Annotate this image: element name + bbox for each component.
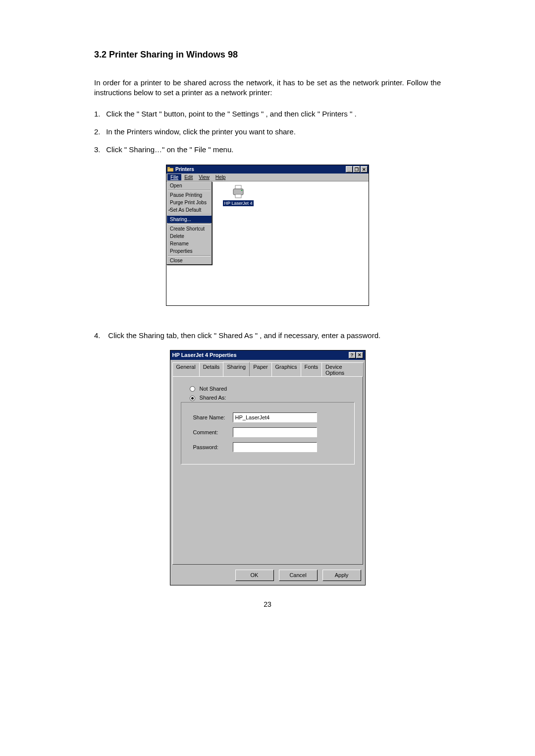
tab-details[interactable]: Details — [199, 362, 224, 377]
tab-general[interactable]: General — [172, 362, 200, 377]
step-3-text: Click " Sharing…" on the " File " menu. — [106, 145, 233, 154]
printer-icon — [230, 184, 246, 199]
step-1-text: Click the " Start " button, point to the… — [106, 110, 357, 118]
properties-dialog-screenshot: HP LaserJet 4 Properties ? ✕ General Det… — [170, 350, 366, 585]
menu-edit[interactable]: Edit — [181, 174, 196, 180]
svg-rect-4 — [235, 194, 241, 198]
document-page: 3.2 Printer Sharing in Windows 98 In ord… — [94, 50, 441, 608]
svg-point-5 — [241, 190, 243, 191]
menu-sharing[interactable]: Sharing... — [167, 216, 212, 223]
step-3: 3. Click " Sharing…" on the " File " men… — [94, 145, 441, 155]
section-heading: 3.2 Printer Sharing in Windows 98 — [94, 50, 441, 60]
step-4: 4. Click the Sharing tab, then click " S… — [94, 331, 441, 341]
cancel-button[interactable]: Cancel — [279, 570, 318, 581]
apply-button[interactable]: Apply — [322, 570, 361, 581]
share-name-label: Share Name: — [193, 414, 233, 420]
password-input[interactable] — [233, 442, 317, 452]
password-label: Password: — [193, 444, 233, 450]
close-button[interactable]: ✕ — [356, 352, 363, 358]
close-button[interactable]: ✕ — [361, 166, 368, 173]
titlebar: Printers _ ❐ ✕ — [166, 165, 369, 174]
radio-shared-as-row[interactable]: Shared As: — [190, 395, 355, 401]
tab-sharing[interactable]: Sharing — [223, 362, 250, 376]
step-2: 2. In the Printers window, click the pri… — [94, 127, 441, 137]
page-number: 23 — [94, 600, 441, 608]
tab-paper[interactable]: Paper — [249, 362, 271, 377]
printers-folder-icon — [167, 167, 173, 173]
radio-shared-as-label: Shared As: — [200, 395, 226, 401]
step-2-text: In the Printers window, click the printe… — [106, 127, 296, 136]
comment-input[interactable] — [233, 427, 317, 437]
menu-delete[interactable]: Delete — [167, 233, 212, 240]
share-name-input[interactable] — [233, 412, 317, 422]
radio-shared-as[interactable] — [190, 396, 195, 401]
dialog-titlebar: HP LaserJet 4 Properties ? ✕ — [170, 350, 365, 360]
svg-rect-1 — [167, 167, 170, 169]
maximize-button[interactable]: ❐ — [353, 166, 360, 173]
menu-create-shortcut[interactable]: Create Shortcut — [167, 225, 212, 233]
printers-window-screenshot: Printers _ ❐ ✕ File Edit View Help Open … — [166, 165, 369, 306]
window-title: Printers — [175, 167, 345, 172]
password-row: Password: — [193, 442, 349, 452]
tab-fonts[interactable]: Fonts — [301, 362, 322, 377]
comment-label: Comment: — [193, 429, 233, 435]
menu-view[interactable]: View — [196, 174, 213, 180]
menu-set-default[interactable]: Set As Default — [167, 206, 212, 214]
menubar: File Edit View Help — [166, 174, 369, 181]
step-1: 1. Click the " Start " button, point to … — [94, 109, 441, 119]
step-4-text: Click the Sharing tab, then click " Shar… — [108, 331, 380, 340]
printer-item[interactable]: HP LaserJet 4 — [221, 184, 256, 305]
intro-paragraph: In order for a printer to be shared acro… — [94, 78, 441, 98]
sharing-tab-panel: Not Shared Shared As: Share Name: Commen… — [172, 376, 363, 565]
help-button[interactable]: ? — [349, 352, 356, 358]
file-menu-dropdown: Open Pause Printing Purge Print Jobs Set… — [166, 181, 212, 265]
shared-as-group: Share Name: Comment: Password: — [181, 402, 355, 465]
menu-pause-printing[interactable]: Pause Printing — [167, 191, 212, 199]
printer-label: HP LaserJet 4 — [223, 200, 254, 206]
menu-close[interactable]: Close — [167, 257, 212, 264]
menu-properties[interactable]: Properties — [167, 247, 212, 255]
dialog-buttons: OK Cancel Apply — [170, 568, 365, 585]
radio-not-shared[interactable] — [190, 386, 195, 392]
tab-graphics[interactable]: Graphics — [271, 362, 301, 377]
comment-row: Comment: — [193, 427, 349, 437]
radio-not-shared-label: Not Shared — [200, 386, 227, 392]
tab-device-options[interactable]: Device Options — [321, 362, 363, 377]
menu-open[interactable]: Open — [167, 182, 212, 189]
window-client-area: Open Pause Printing Purge Print Jobs Set… — [166, 181, 369, 305]
radio-not-shared-row[interactable]: Not Shared — [190, 386, 355, 392]
menu-purge-jobs[interactable]: Purge Print Jobs — [167, 199, 212, 206]
dialog-title: HP LaserJet 4 Properties — [172, 352, 348, 358]
minimize-button[interactable]: _ — [346, 166, 353, 173]
share-name-row: Share Name: — [193, 412, 349, 422]
ok-button[interactable]: OK — [235, 570, 274, 581]
menu-file[interactable]: File — [167, 174, 181, 180]
menu-help[interactable]: Help — [213, 174, 229, 180]
tab-strip: General Details Sharing Paper Graphics F… — [170, 360, 365, 376]
menu-rename[interactable]: Rename — [167, 240, 212, 247]
